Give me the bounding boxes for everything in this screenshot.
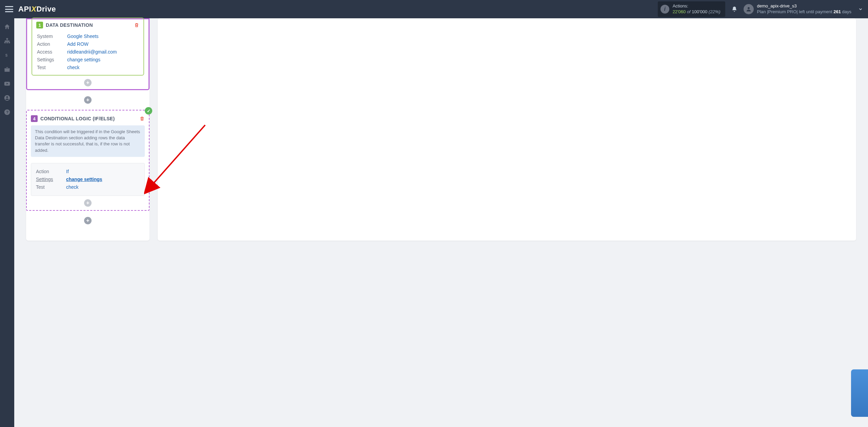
notifications-icon[interactable] bbox=[731, 6, 737, 12]
access-link[interactable]: riddleandrii@gmail.com bbox=[67, 49, 117, 55]
add-step-button[interactable]: + bbox=[84, 199, 92, 207]
user-menu[interactable]: demo_apix-drive_s3 Plan |Premium PRO| le… bbox=[744, 3, 863, 15]
test-link[interactable]: check bbox=[66, 184, 79, 190]
action-link[interactable]: Add ROW bbox=[67, 41, 88, 47]
logo[interactable]: APIXDrive bbox=[18, 5, 56, 14]
actions-counter[interactable]: i Actions: 22'060 of 100'000 (22%) bbox=[658, 1, 725, 17]
add-block-button[interactable]: + bbox=[84, 217, 92, 224]
svg-point-0 bbox=[748, 7, 750, 9]
logo-drive: Drive bbox=[36, 5, 56, 13]
logo-api: API bbox=[18, 5, 31, 13]
block-title: CONDITIONAL LOGIC (IF/ELSE) bbox=[40, 116, 115, 121]
block-number-badge: 4 bbox=[31, 115, 38, 122]
actions-total: 100'000 bbox=[692, 9, 707, 14]
delete-icon[interactable] bbox=[139, 116, 145, 121]
user-icon[interactable] bbox=[3, 94, 11, 102]
svg-text:$: $ bbox=[5, 53, 8, 57]
condition-settings: ActionIf Settingschange settings Testche… bbox=[31, 163, 145, 196]
logo-x: X bbox=[31, 5, 36, 13]
main-content: 1 DATA DESTINATION SystemGoogle Sheets A… bbox=[14, 18, 868, 251]
setting-row: Accessriddleandrii@gmail.com bbox=[37, 48, 139, 55]
svg-rect-3 bbox=[6, 42, 8, 43]
avatar-icon bbox=[744, 4, 754, 14]
dollar-icon[interactable]: $ bbox=[3, 52, 11, 59]
sitemap-icon[interactable] bbox=[3, 37, 11, 45]
destination-block: 1 DATA DESTINATION SystemGoogle Sheets A… bbox=[32, 18, 144, 76]
workflow-panel: 1 DATA DESTINATION SystemGoogle Sheets A… bbox=[26, 18, 150, 241]
briefcase-icon[interactable] bbox=[3, 66, 11, 73]
add-block-button[interactable]: + bbox=[84, 96, 92, 104]
actions-label: Actions: bbox=[673, 3, 721, 9]
svg-rect-1 bbox=[6, 38, 8, 40]
hamburger-menu[interactable] bbox=[5, 6, 13, 12]
annotation-arrow bbox=[144, 122, 212, 196]
info-icon: i bbox=[660, 5, 669, 14]
svg-text:?: ? bbox=[6, 110, 8, 114]
svg-line-12 bbox=[153, 125, 205, 184]
destination-block-wrapper: 1 DATA DESTINATION SystemGoogle Sheets A… bbox=[26, 18, 150, 90]
settings-link[interactable]: change settings bbox=[67, 57, 100, 62]
svg-rect-6 bbox=[5, 68, 10, 69]
conditional-block: 4 CONDITIONAL LOGIC (IF/ELSE) This condi… bbox=[26, 110, 150, 211]
condition-description: This condition will be triggered if in t… bbox=[31, 125, 145, 157]
add-step-button[interactable]: + bbox=[84, 79, 92, 86]
destination-settings: SystemGoogle Sheets ActionAdd ROW Access… bbox=[36, 32, 139, 72]
setting-row: ActionAdd ROW bbox=[37, 40, 139, 47]
detail-panel bbox=[158, 18, 856, 241]
svg-rect-4 bbox=[8, 42, 10, 43]
delete-icon[interactable] bbox=[134, 22, 139, 28]
change-settings-link[interactable]: change settings bbox=[66, 177, 102, 182]
actions-of: of bbox=[687, 9, 691, 14]
svg-rect-2 bbox=[4, 42, 6, 43]
plan-line: Plan |Premium PRO| left until payment 26… bbox=[757, 9, 851, 15]
setting-row: ActionIf bbox=[36, 168, 140, 175]
user-name: demo_apix-drive_s3 bbox=[757, 3, 851, 9]
help-icon[interactable]: ? bbox=[3, 108, 11, 116]
setting-row: Testcheck bbox=[36, 184, 140, 191]
app-header: APIXDrive i Actions: 22'060 of 100'000 (… bbox=[0, 0, 868, 18]
youtube-icon[interactable] bbox=[3, 80, 11, 87]
check-badge-icon bbox=[145, 107, 152, 115]
block-number-badge: 1 bbox=[36, 22, 43, 28]
sidebar: $ ? bbox=[0, 18, 14, 251]
chevron-down-icon bbox=[858, 7, 863, 12]
system-link[interactable]: Google Sheets bbox=[67, 34, 99, 39]
home-icon[interactable] bbox=[3, 23, 11, 30]
svg-point-9 bbox=[6, 96, 8, 98]
test-link[interactable]: check bbox=[67, 65, 80, 70]
actions-pct: (22%) bbox=[709, 9, 721, 14]
setting-row: Settingschange settings bbox=[37, 56, 139, 63]
setting-row: SystemGoogle Sheets bbox=[37, 33, 139, 40]
setting-row: Testcheck bbox=[37, 64, 139, 71]
setting-row: Settingschange settings bbox=[36, 176, 140, 183]
action-link[interactable]: If bbox=[66, 169, 69, 174]
actions-used: 22'060 bbox=[673, 9, 686, 14]
block-title: DATA DESTINATION bbox=[46, 22, 93, 28]
